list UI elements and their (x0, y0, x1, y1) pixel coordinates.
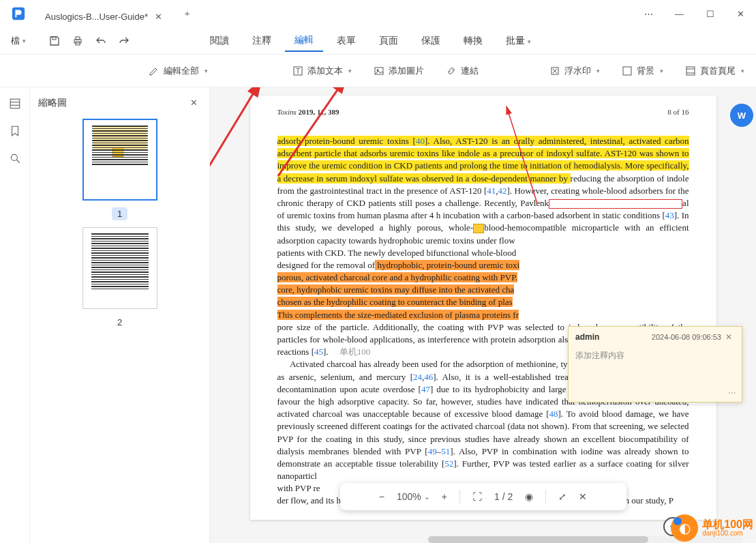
close-panel-icon[interactable]: ✕ (190, 98, 201, 108)
edit-all-button[interactable]: 編輯全部 (149, 65, 208, 77)
sticky-note-icon[interactable] (473, 224, 484, 233)
thumb-label-2: 2 (112, 316, 127, 329)
menu-read[interactable]: 閱讀 (200, 31, 239, 51)
pdf-page[interactable]: Toxins 2019, 11, 389 8 of 16 adsorb prot… (250, 96, 716, 520)
comment-popup[interactable]: admin 2024-06-08 09:06:53 ✕ 添加注釋内容 ⋯ (568, 326, 742, 402)
thumbnails-icon[interactable] (7, 96, 23, 112)
comment-close-icon[interactable]: ✕ (725, 332, 735, 342)
brand-logo-icon: ◐ (671, 514, 698, 542)
site-branding: ◐ 单机100网 danji100.com (671, 514, 753, 542)
menu-protect[interactable]: 保護 (412, 31, 450, 51)
comment-input[interactable]: 添加注釋内容 (569, 347, 742, 402)
read-mode-icon[interactable]: ◉ (525, 491, 533, 502)
add-text-button[interactable]: T 添加文本 (292, 65, 352, 77)
minimize-button[interactable]: — (664, 3, 695, 24)
tab-title: Auslogics-B...User-Guide* (45, 12, 148, 22)
menu-batch[interactable]: 批量 (496, 31, 541, 51)
close-bar-icon[interactable]: ✕ (579, 491, 587, 502)
redo-icon[interactable] (115, 31, 134, 50)
undo-icon[interactable] (91, 31, 110, 50)
edit-toolbar: 編輯全部 T 添加文本 添加圖片 連結 浮水印 背景 頁首頁尾 (0, 55, 756, 87)
thumbnail-2[interactable] (82, 227, 157, 309)
maximize-button[interactable]: ☐ (695, 3, 725, 24)
brand-name: 单机100网 (702, 519, 753, 530)
comment-options-icon[interactable]: ⋯ (728, 388, 736, 398)
menu-page[interactable]: 頁面 (369, 31, 408, 51)
thumbnails-panel: 縮略圖 ✕ 1 2 (30, 87, 210, 543)
body: 縮略圖 ✕ 1 2 W (0, 87, 756, 543)
svg-rect-10 (623, 67, 631, 75)
document-tab[interactable]: Auslogics-B...User-Guide* ✕ (37, 5, 171, 27)
more-icon[interactable]: ⋯ (633, 3, 664, 24)
search-icon[interactable] (7, 150, 23, 166)
view-controls: − 100% ⌄ + ⛶ 1 / 2 ◉ ⤢ ✕ (340, 483, 626, 510)
left-sidebar (0, 87, 30, 543)
panel-title: 縮略圖 (38, 97, 67, 109)
watermark-text: 单机100 (339, 347, 371, 357)
document-view[interactable]: W Toxins 2019, 11, 389 8 of 16 adsorb pr… (210, 87, 756, 543)
journal-meta: Toxins 2019, 11, 389 (277, 108, 339, 116)
tab-close-icon[interactable]: ✕ (153, 12, 163, 21)
svg-rect-3 (76, 37, 80, 40)
zoom-out-button[interactable]: − (379, 491, 384, 502)
app-icon (0, 6, 37, 21)
svg-point-17 (11, 154, 17, 160)
menu-convert[interactable]: 轉換 (454, 31, 492, 51)
new-tab-button[interactable]: ＋ (177, 3, 197, 24)
fullscreen-icon[interactable]: ⤢ (558, 491, 566, 502)
header-footer-button[interactable]: 頁首頁尾 (685, 65, 744, 77)
zoom-level[interactable]: 100% ⌄ (397, 491, 429, 502)
menu-edit[interactable]: 編輯 (285, 30, 323, 52)
file-menu[interactable]: 檔▾ (7, 35, 30, 47)
close-window-button[interactable]: ✕ (725, 3, 756, 24)
svg-rect-11 (686, 67, 695, 75)
zoom-in-button[interactable]: + (442, 491, 447, 502)
menu-annotate[interactable]: 注釋 (243, 31, 281, 51)
page-indicator[interactable]: 1 / 2 (494, 491, 513, 502)
comment-time: 2024-06-08 09:06:53 (652, 333, 721, 341)
bookmark-icon[interactable] (7, 123, 23, 139)
thumbnail-1[interactable] (82, 119, 157, 201)
watermark-button[interactable]: 浮水印 (549, 65, 600, 77)
menubar: 檔▾ 閱讀 注釋 編輯 表單 頁面 保護 轉換 批量 (0, 27, 756, 55)
link-button[interactable]: 連結 (446, 65, 479, 77)
comment-author: admin (575, 332, 599, 342)
word-export-button[interactable]: W (730, 104, 753, 127)
add-image-button[interactable]: 添加圖片 (374, 65, 424, 77)
fit-width-icon[interactable]: ⛶ (472, 491, 482, 502)
save-icon[interactable] (45, 31, 64, 50)
titlebar: Auslogics-B...User-Guide* ✕ ＋ ⋯ — ☐ ✕ (0, 0, 756, 27)
print-icon[interactable] (68, 31, 87, 50)
redbox-annotation[interactable] (549, 199, 682, 209)
background-button[interactable]: 背景 (622, 65, 663, 77)
page-content[interactable]: adsorb protein-bound uremic toxins [40].… (277, 135, 689, 508)
svg-text:T: T (296, 68, 300, 75)
menu-form[interactable]: 表單 (327, 31, 365, 51)
svg-rect-14 (10, 99, 20, 108)
brand-url: danji100.com (702, 530, 753, 537)
page-counter: 8 of 16 (667, 108, 689, 116)
thumb-label-1: 1 (112, 207, 127, 220)
svg-line-18 (16, 160, 20, 163)
